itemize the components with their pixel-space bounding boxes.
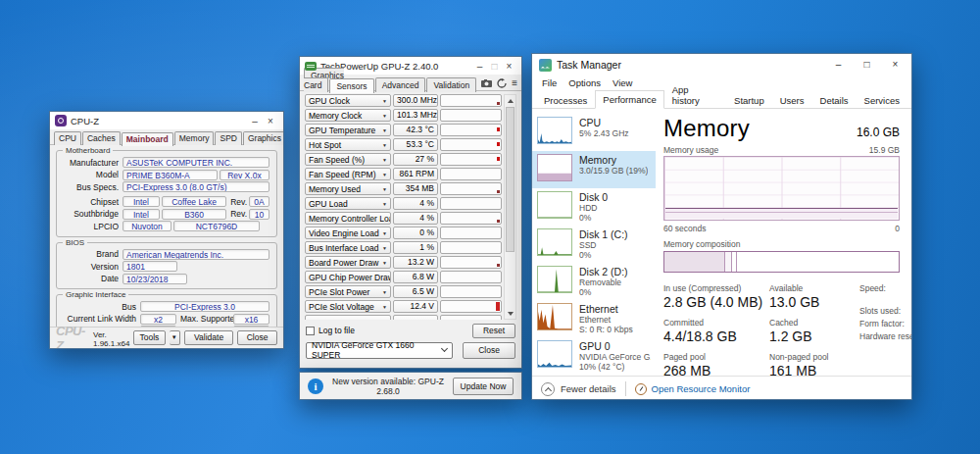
performance-sidebar: CPU 5% 2.43 GHz Memory 3.0/15.9 GB (19%): [532, 109, 656, 376]
chevron-down-icon[interactable]: ▼: [382, 98, 387, 104]
sensor-row: GPU Temperature ▼ 42.3 °C: [305, 124, 502, 136]
cpuz-tab[interactable]: Graphics: [243, 131, 284, 145]
tm-tab[interactable]: Details: [812, 91, 857, 109]
minimize-icon[interactable]: –: [247, 116, 263, 126]
scroll-up-icon[interactable]: [505, 95, 515, 106]
memory-composition-bar[interactable]: [663, 251, 900, 273]
mini-graph-spark: [538, 341, 571, 367]
fewer-details-button[interactable]: Fewer details: [561, 383, 616, 394]
close-icon[interactable]: ×: [502, 61, 516, 72]
mini-graph-spark: [538, 192, 571, 218]
menu-icon[interactable]: ≡: [512, 78, 517, 88]
field-label: LPCIO: [62, 222, 122, 231]
sensor-label-box[interactable]: PCIe Slot Voltage ▼: [305, 300, 391, 313]
sensor-label-box[interactable]: GPU Temperature ▼: [305, 124, 391, 136]
maximize-icon[interactable]: □: [853, 54, 881, 76]
gpuz-tab[interactable]: Validation: [426, 77, 476, 92]
sensor-label-box[interactable]: Bus Interface Load ▼: [305, 241, 391, 254]
scrollbar[interactable]: [504, 94, 516, 320]
close-icon[interactable]: ×: [881, 54, 909, 76]
update-now-button[interactable]: Update Now: [453, 378, 514, 395]
tm-tab[interactable]: App history: [664, 80, 726, 109]
close-icon[interactable]: ×: [263, 116, 278, 126]
sidebar-item-name: Ethernet: [579, 303, 633, 315]
sensor-label-box[interactable]: Memory Used ▼: [305, 182, 391, 195]
chevron-down-icon[interactable]: ▼: [382, 201, 387, 207]
close-button[interactable]: Close: [237, 330, 277, 345]
cpuz-tab[interactable]: Memory: [174, 131, 215, 145]
perf-sidebar-item[interactable]: GPU 0 NVIDIA GeForce G... 10% (42 °C): [532, 337, 656, 375]
chevron-down-icon[interactable]: ▼: [382, 186, 387, 192]
chevron-down-icon[interactable]: ▼: [382, 260, 387, 266]
cpuz-tab[interactable]: CPU: [54, 131, 81, 145]
menu-item[interactable]: File: [536, 77, 563, 88]
validate-button[interactable]: Validate: [184, 330, 233, 345]
sensor-value: 0 %: [393, 227, 438, 239]
gpuz-tab[interactable]: Sensors: [329, 78, 373, 93]
sensor-label-box[interactable]: GPU Load ▼: [305, 197, 391, 210]
tools-button[interactable]: Tools: [133, 330, 165, 345]
perf-sidebar-item[interactable]: Disk 2 (D:) Removable 0%: [532, 263, 656, 300]
resource-monitor-icon[interactable]: [635, 383, 647, 395]
page-title: Memory: [663, 115, 750, 142]
chevron-down-icon[interactable]: ▼: [382, 142, 387, 148]
chevron-up-icon[interactable]: [541, 382, 555, 396]
sensor-row: PCIe Slot Power ▼ 6.5 W: [305, 285, 502, 298]
refresh-icon[interactable]: [497, 78, 507, 88]
gpu-select-dropdown[interactable]: NVIDIA GeForce GTX 1660 SUPER: [306, 342, 453, 359]
memory-details: Speed: 2400 MHz Slots used: 2 of 4 Form …: [852, 283, 911, 376]
sensor-label-box[interactable]: Fan Speed (%) ▼: [305, 153, 391, 166]
sensor-label-box[interactable]: Fan Speed (RPM) ▼: [305, 168, 391, 180]
gpuz-tab[interactable]: Advanced: [375, 77, 426, 92]
mini-graph-spark: [538, 304, 571, 329]
sensor-label-box[interactable]: GPU Chip Power Draw ▼: [305, 271, 391, 283]
menu-item[interactable]: View: [607, 77, 638, 88]
sensor-label-box[interactable]: Board Power Draw ▼: [305, 256, 391, 269]
gpuz-update-notification: i New version available: GPU-Z 2.68.0 Up…: [299, 372, 522, 400]
sensor-label-box[interactable]: Memory Controller Load ▼: [305, 212, 391, 225]
sensor-label-box[interactable]: Video Engine Load ▼: [305, 227, 391, 239]
tm-tab[interactable]: Services: [857, 91, 907, 109]
minimize-icon[interactable]: –: [824, 54, 853, 76]
tm-tab[interactable]: Startup: [726, 91, 772, 109]
tools-dropdown-icon[interactable]: ▼: [170, 330, 181, 345]
close-button[interactable]: Close: [463, 342, 515, 359]
perf-sidebar-item[interactable]: Memory 3.0/15.9 GB (19%): [532, 151, 656, 188]
tm-tab[interactable]: Users: [772, 91, 812, 109]
cpuz-tab[interactable]: Mainboard: [122, 132, 173, 146]
sensor-label-box[interactable]: Memory Clock ▼: [305, 109, 391, 122]
tm-tab[interactable]: Processes: [536, 91, 595, 109]
sensor-label-box[interactable]: Hot Spot ▼: [305, 138, 391, 151]
perf-sidebar-item[interactable]: CPU 5% 2.43 GHz: [532, 114, 656, 151]
scrollbar-thumb[interactable]: [506, 107, 514, 252]
sensor-label-box[interactable]: PCIe Slot Power ▼: [305, 285, 391, 298]
cpuz-tab[interactable]: SPD: [215, 131, 241, 145]
chevron-down-icon[interactable]: ▼: [382, 172, 387, 177]
perf-sidebar-item[interactable]: Disk 1 (C:) SSD 0%: [532, 226, 656, 263]
chevron-down-icon[interactable]: ▼: [382, 304, 387, 310]
menu-item[interactable]: Options: [563, 77, 607, 88]
camera-icon[interactable]: [481, 79, 492, 87]
info-icon: i: [308, 378, 323, 394]
chevron-down-icon[interactable]: ▼: [382, 289, 387, 295]
sensor-value: 4 %: [393, 212, 438, 225]
log-to-file-checkbox[interactable]: [306, 327, 315, 335]
perf-sidebar-item[interactable]: Ethernet Ethernet S: 0 R: 0 Kbps: [532, 300, 656, 337]
reset-button[interactable]: Reset: [472, 324, 515, 338]
tm-window-title: Task Manager: [557, 59, 824, 71]
perf-sidebar-item[interactable]: Disk 0 HDD 0%: [532, 188, 656, 226]
memory-usage-graph[interactable]: [663, 156, 900, 221]
scroll-down-icon[interactable]: [505, 308, 515, 319]
chevron-down-icon[interactable]: ▼: [382, 127, 387, 133]
chevron-down-icon[interactable]: ▼: [382, 245, 387, 251]
open-resource-monitor-link[interactable]: Open Resource Monitor: [652, 383, 751, 394]
sensor-name: Bus Interface Load: [309, 243, 378, 253]
chevron-down-icon[interactable]: ▼: [382, 113, 387, 119]
cpuz-tab[interactable]: Caches: [82, 131, 121, 145]
rev-label: Rev.: [228, 197, 249, 207]
tm-tab[interactable]: Performance: [595, 90, 663, 109]
minimize-icon[interactable]: –: [472, 61, 487, 72]
sensor-label-box[interactable]: GPU Clock ▼: [305, 94, 391, 107]
chevron-down-icon[interactable]: ▼: [382, 230, 387, 236]
chevron-down-icon[interactable]: ▼: [382, 157, 387, 163]
